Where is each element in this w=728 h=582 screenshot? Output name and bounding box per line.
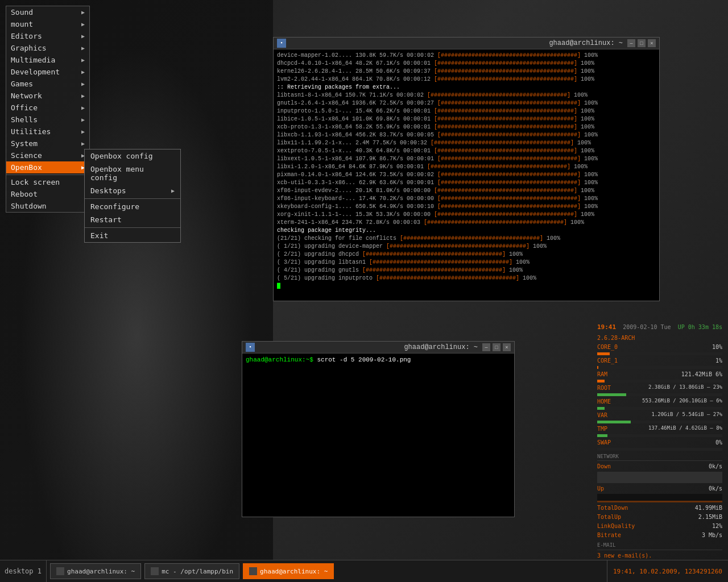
submenu-item-reconfigure[interactable]: Reconfigure	[85, 200, 180, 213]
arrow-icon: ▶	[81, 69, 85, 75]
taskbar-task-term2[interactable]: ghaad@archlinux: ~	[243, 563, 334, 579]
conky-uptime: UP 0h 33m 18s	[678, 323, 722, 332]
conky-core1-row: CORE_1 1%	[597, 356, 722, 365]
terminal-titlebar-bottom: ▪ ghaad@archlinux: ~ – □ ×	[242, 342, 514, 354]
conky-email-value: 3 new e-mail(s).	[597, 551, 652, 560]
conky-tmp-label: TMP	[597, 425, 631, 433]
submenu-item-restart[interactable]: Restart	[85, 213, 180, 226]
sidebar-item-editors[interactable]: Editors ▶	[6, 30, 89, 42]
conky-up-value: 0k/s	[709, 484, 722, 493]
conky-link-value: 12%	[712, 522, 722, 530]
sidebar-item-graphics[interactable]: Graphics ▶	[6, 42, 89, 54]
sidebar-item-science[interactable]: Science ▶	[6, 149, 89, 161]
conky-var-bar	[597, 421, 722, 423]
window-buttons: – □ ×	[627, 39, 656, 47]
taskbar-clock: 19:41, 10.02.2009, 1234291260	[613, 568, 722, 575]
taskbar: desktop 1 ghaad@archlinux: ~ mc - /opt/l…	[0, 560, 728, 582]
conky-up-graph	[597, 494, 722, 502]
conky-swap-value: 0%	[715, 438, 722, 447]
conky-total-down-value: 41.99MiB	[695, 504, 722, 512]
sidebar-item-shells[interactable]: Shells ▶	[6, 114, 89, 126]
task-icon	[56, 567, 64, 575]
conky-core0-bar	[597, 352, 722, 355]
sidebar-item-development[interactable]: Development ▶	[6, 66, 89, 78]
terminal-title-bottom: ghaad@archlinux: ~	[258, 343, 478, 351]
conky-down-label: Down	[597, 462, 631, 471]
arrow-icon: ▶	[81, 105, 85, 111]
sidebar-item-games[interactable]: Games ▶	[6, 78, 89, 90]
window-buttons-bottom: – □ ×	[482, 343, 511, 351]
sidebar-item-network[interactable]: Network ▶	[6, 90, 89, 102]
terminal-line: xorg-xinit-1.1.1-1-... 15.3K 53.3K/s 00:…	[277, 211, 656, 219]
taskbar-task-mc1[interactable]: mc - /opt/lampp/bin	[144, 563, 239, 579]
conky-monitor: 19:41 2009-02-10 Tue UP 0h 33m 18s 2.6.2…	[597, 323, 722, 580]
sidebar-item-multimedia[interactable]: Multimedia ▶	[6, 54, 89, 66]
sidebar-item-shutdown[interactable]: Shutdown	[6, 200, 89, 212]
window-maximize-button[interactable]: □	[493, 343, 500, 351]
conky-bitrate-row: Bitrate 3 Mb/s	[597, 531, 722, 539]
arrow-icon: ▶	[81, 117, 85, 123]
conky-ram-value: 121.42MiB 6%	[681, 370, 722, 379]
conky-down-row: Down 0k/s	[597, 462, 722, 471]
sidebar-item-mount[interactable]: mount ▶	[6, 18, 89, 30]
conky-tmp-bar	[597, 434, 722, 437]
terminal-line: lvm2-2.02.44-1-x86_64 864.1K 70.8K/s 00:…	[277, 76, 656, 84]
submenu-item-openbox-menu-config[interactable]: Openbox menu config	[85, 163, 180, 184]
submenu-separator2	[85, 227, 180, 228]
arrow-icon: ▶	[81, 140, 85, 147]
conky-root-bar	[597, 393, 722, 396]
task-label: ghaad@archlinux: ~	[260, 568, 328, 575]
terminal-line: ( 3/21) upgrading libtasn1 [############…	[277, 259, 656, 267]
terminal-content-bottom: ghaad@archlinux:~$ scrot -d 5 2009-02-10…	[242, 354, 514, 513]
conky-network-section: NETWORK	[597, 453, 722, 462]
terminal-line: ( 2/21) upgrading dhcpcd [##############…	[277, 251, 656, 259]
conky-ram-bar	[597, 380, 722, 383]
terminal-line: xcb-proto-1.3-1-x86_64 58.2K 55.9K/s 00:…	[277, 123, 656, 131]
taskbar-right: 19:41, 10.02.2009, 1234291260	[607, 560, 728, 582]
window-minimize-button[interactable]: –	[627, 39, 635, 47]
menu-separator	[6, 174, 89, 175]
taskbar-task-term1[interactable]: ghaad@archlinux: ~	[50, 563, 141, 579]
submenu-item-desktops[interactable]: Desktops ▶	[85, 184, 180, 197]
sidebar-item-system[interactable]: System ▶	[6, 138, 89, 149]
sidebar-menu: Sound ▶ mount ▶ Editors ▶ Graphics ▶ Mul…	[6, 6, 90, 213]
conky-email-row: 3 new e-mail(s).	[597, 551, 722, 560]
conky-link-row: LinkQuality 12%	[597, 522, 722, 530]
terminal-line: xf86-input-evdev-2.... 20.1K 81.0K/s 00:…	[277, 187, 656, 195]
window-close-button[interactable]: ×	[503, 343, 511, 351]
window-close-button[interactable]: ×	[648, 39, 656, 47]
task-icon	[249, 567, 257, 575]
conky-down-graph	[597, 472, 722, 483]
submenu-item-exit[interactable]: Exit	[85, 229, 180, 242]
sidebar-item-office[interactable]: Office ▶	[6, 102, 89, 114]
terminal-line: (21/21) checking for file conflicts [###…	[277, 235, 656, 243]
workspace-label: desktop 1	[5, 567, 42, 575]
terminal-line: libice-1.0.5-1-x86_64 101.0K 69.8K/s 00:…	[277, 115, 656, 123]
openbox-submenu: Openbox config Openbox menu config Deskt…	[84, 149, 181, 243]
conky-up-label: Up	[597, 484, 631, 493]
conky-home-label: HOME	[597, 397, 631, 406]
conky-root-value: 2.38GiB / 13.86GiB – 23%	[648, 384, 722, 392]
window-maximize-button[interactable]: □	[638, 39, 646, 47]
terminal-line: inputproto-1.5.0-1-... 15.4K 66.2K/s 00:…	[277, 107, 656, 115]
terminal-line: device-mapper-1.02.... 130.8K 59.7K/s 00…	[277, 52, 656, 60]
terminal-line: xextproto-7.0.5-1-x... 40.3K 64.8K/s 00:…	[277, 147, 656, 155]
sidebar-item-openbox[interactable]: OpenBox ▶	[6, 161, 89, 173]
conky-home-value: 553.26MiB / 206.10GiB – 6%	[642, 397, 722, 406]
terminal-title-top: ghaad@archlinux: ~	[289, 39, 623, 47]
sidebar-item-lock-screen[interactable]: Lock screen	[6, 176, 89, 188]
terminal-line: dhcpcd-4.0.10-1-x86_64 48.2K 67.1K/s 00:…	[277, 60, 656, 68]
conky-total-down-row: TotalDown 41.99MiB	[597, 504, 722, 512]
terminal-line: libtasn1-8-1-x86_64 150.7K 71.1K/s 00:00…	[277, 92, 656, 99]
sidebar-item-utilities[interactable]: Utilities ▶	[6, 126, 89, 138]
terminal-icon: ▪	[277, 39, 286, 48]
terminal-line: pixman-0.14.0-1-x86_64 124.6K 73.5K/s 00…	[277, 171, 656, 179]
conky-var-row: VAR 1.20GiB / 5.54GiB – 27%	[597, 411, 722, 419]
sidebar-item-reboot[interactable]: Reboot	[6, 188, 89, 200]
window-minimize-button[interactable]: –	[482, 343, 490, 351]
arrow-icon: ▶	[81, 33, 85, 39]
conky-total-up-row: TotalUp 2.15MiB	[597, 513, 722, 521]
sidebar-item-sound[interactable]: Sound ▶	[6, 6, 89, 18]
submenu-item-openbox-config[interactable]: Openbox config	[85, 149, 180, 163]
terminal-window-bottom: ▪ ghaad@archlinux: ~ – □ × ghaad@archlin…	[242, 341, 515, 517]
